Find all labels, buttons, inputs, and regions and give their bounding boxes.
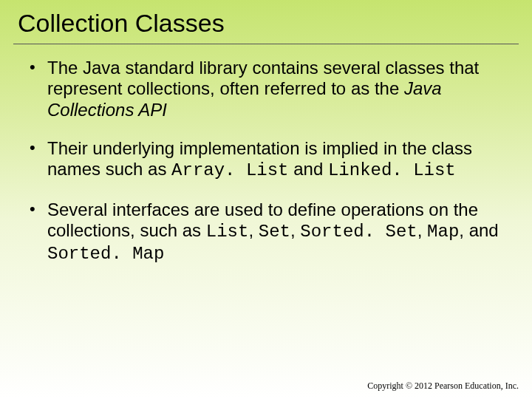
- code-text: Sorted. Map: [47, 244, 164, 264]
- slide-title: Collection Classes: [0, 9, 532, 42]
- bullet-text: ,: [290, 220, 300, 240]
- code-text: Map: [427, 222, 459, 242]
- bullet-text: ,: [248, 220, 258, 240]
- bullet-list: The Java standard library contains sever…: [0, 58, 532, 265]
- code-text: Array. List: [171, 160, 288, 180]
- code-text: Set: [259, 222, 290, 242]
- bullet-text: ,: [417, 220, 427, 240]
- code-text: Linked. List: [328, 160, 456, 180]
- bullet-text: , and: [459, 220, 498, 240]
- bullet-text: and: [289, 159, 328, 179]
- bullet-item: Several interfaces are used to define op…: [30, 200, 511, 265]
- code-text: Sorted. Set: [300, 222, 417, 242]
- bullet-item: The Java standard library contains sever…: [30, 58, 511, 120]
- copyright-footer: Copyright © 2012 Pearson Education, Inc.: [367, 381, 519, 392]
- code-text: List: [206, 222, 249, 242]
- title-divider: [13, 44, 519, 44]
- slide: Collection Classes The Java standard lib…: [0, 0, 532, 399]
- bullet-item: Their underlying implementation is impli…: [30, 138, 511, 182]
